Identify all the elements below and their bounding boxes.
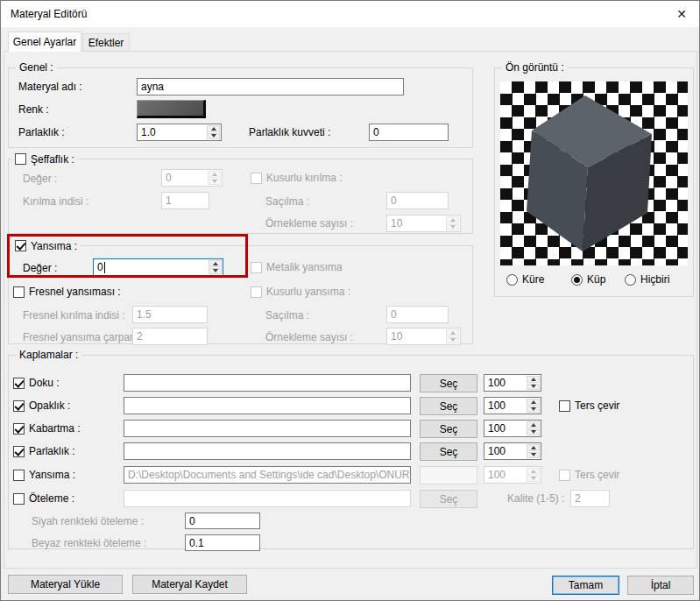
text-caret — [104, 262, 105, 273]
tab-efektler[interactable]: Efektler — [82, 33, 130, 52]
doku-amount-input[interactable]: 100 — [484, 374, 541, 392]
spin-up-icon[interactable] — [527, 376, 540, 383]
doku-label: Doku : — [29, 377, 60, 389]
opaklik-sec-button[interactable]: Seç — [420, 397, 477, 415]
spin-down-icon — [446, 224, 459, 231]
kalite-input: 2 — [570, 490, 610, 507]
beyaz-oteleme-input[interactable]: 0.1 — [185, 534, 260, 551]
close-button[interactable]: ✕ — [664, 1, 699, 27]
checkbox-checked-icon[interactable] — [13, 400, 25, 412]
materyal-adi-input[interactable]: ayna — [137, 78, 404, 95]
spin-up-icon[interactable] — [527, 399, 540, 406]
seffaflik-sacilma-label: Saçılma : — [265, 195, 309, 208]
fresnel-kirilma-value: 1.5 — [137, 308, 152, 321]
yansima-sacilma-label: Saçılma : — [265, 309, 309, 322]
kirilma-indisi-label: Kırılma indisi : — [23, 195, 88, 208]
kabartma-amount-input[interactable]: 100 — [484, 420, 541, 437]
opaklik-ters-cevir-checkbox[interactable]: Ters çevir — [559, 399, 619, 412]
checkbox-icon[interactable] — [13, 286, 25, 298]
oteleme-label: Öteleme : — [29, 492, 74, 505]
yansima-ornekleme-label: Örnekleme sayısı : — [265, 331, 353, 343]
seffaflik-sacilma-input: 0 — [386, 192, 449, 209]
materyal-kaydet-label: Materyal Kaydet — [152, 578, 228, 590]
metalik-yansima-checkbox: Metalik yansıma — [251, 261, 343, 273]
color-swatch[interactable] — [137, 100, 206, 118]
checkbox-icon[interactable] — [13, 493, 25, 505]
parlaklik-input[interactable]: 1.0 — [137, 124, 222, 141]
spin-up-icon[interactable] — [207, 125, 220, 132]
seffaflik-ornekleme-value: 10 — [391, 217, 402, 230]
radio-icon[interactable] — [625, 274, 636, 286]
radio-hicbiri[interactable]: Hiçbiri — [625, 273, 669, 286]
parlaklik-map-checkbox[interactable]: Parlaklık : — [13, 445, 75, 457]
title-bar[interactable]: Materyal Editörü ✕ — [1, 1, 699, 27]
opaklik-sec-label: Seç — [440, 400, 458, 413]
yansima-checkbox[interactable]: Yansıma : — [11, 239, 81, 252]
radio-icon[interactable] — [506, 274, 518, 286]
parlaklik-kuvveti-input[interactable]: 0 — [369, 124, 449, 141]
iptal-button[interactable]: İptal — [627, 576, 694, 595]
spin-down-icon[interactable] — [527, 429, 540, 436]
opaklik-amount-input[interactable]: 100 — [484, 397, 541, 414]
kirilma-indisi-input: 1 — [161, 192, 209, 209]
parlaklik-map-path-input[interactable] — [124, 442, 411, 460]
spin-down-icon[interactable] — [527, 452, 540, 459]
seffaflik-deger-input: 0 — [161, 169, 223, 187]
window-title: Materyal Editörü — [11, 1, 87, 27]
spin-up-icon[interactable] — [527, 421, 540, 428]
radio-kure[interactable]: Küre — [506, 273, 544, 286]
kabartma-sec-button[interactable]: Seç — [420, 420, 477, 438]
checkbox-icon[interactable] — [15, 153, 26, 165]
materyal-kaydet-button[interactable]: Materyal Kaydet — [132, 575, 247, 594]
checkbox-checked-icon[interactable] — [13, 423, 25, 435]
oteleme-sec-label: Seç — [440, 493, 458, 506]
radio-kup[interactable]: Küp — [571, 273, 605, 286]
kusurlu-yansima-checkbox: Kusurlu yansıma : — [251, 286, 350, 298]
yansima-map-path-input[interactable]: D:\Desktop\Documents and Settings\ide ca… — [124, 466, 411, 484]
doku-path-input[interactable] — [124, 374, 411, 392]
yansima-map-checkbox[interactable]: Yansıma : — [13, 469, 75, 481]
checkbox-icon[interactable] — [559, 400, 570, 412]
oteleme-sec-button: Seç — [420, 490, 477, 508]
tab-genel-ayarlar[interactable]: Genel Ayarlar — [8, 32, 81, 52]
fresnel-carpan-value: 2 — [137, 330, 143, 343]
yansima-sacilma-value: 0 — [391, 308, 397, 321]
spin-up-icon[interactable] — [209, 260, 222, 267]
oteleme-checkbox[interactable]: Öteleme : — [13, 492, 74, 505]
checkbox-checked-icon[interactable] — [15, 240, 26, 251]
fresnel-carpan-label: Fresnel yansıma çarpanı : — [23, 331, 145, 343]
material-editor-dialog: Materyal Editörü ✕ Genel Ayarlar Efektle… — [0, 0, 700, 601]
spin-down-icon[interactable] — [207, 133, 220, 140]
spin-down-icon[interactable] — [527, 384, 540, 391]
seffaflik-checkbox[interactable]: Şeffaflık : — [11, 152, 78, 166]
tamam-button[interactable]: Tamam — [552, 576, 619, 595]
kabartma-checkbox[interactable]: Kabartma : — [13, 422, 81, 435]
siyah-oteleme-input[interactable]: 0 — [185, 513, 260, 529]
spin-down-icon — [208, 179, 221, 186]
yansima-deger-input[interactable]: 0 — [93, 258, 223, 276]
doku-checkbox[interactable]: Doku : — [13, 377, 60, 389]
parlaklik-label: Parlaklık : — [18, 126, 65, 138]
parlaklik-map-sec-button[interactable]: Seç — [420, 442, 477, 461]
materyal-adi-value: ayna — [141, 81, 164, 93]
spin-up-icon[interactable] — [527, 444, 540, 451]
opaklik-path-input[interactable] — [124, 397, 411, 414]
fresnel-yansimasi-checkbox[interactable]: Fresnel yansıması : — [13, 286, 121, 298]
materyal-yukle-button[interactable]: Materyal Yükle — [8, 575, 123, 594]
checkbox-checked-icon[interactable] — [13, 446, 25, 457]
checkbox-icon[interactable] — [13, 470, 25, 481]
checkbox-icon — [251, 173, 262, 184]
preview-group-title: Ön görüntü : — [502, 61, 568, 74]
checkbox-checked-icon[interactable] — [13, 378, 25, 389]
spin-down-icon[interactable] — [209, 268, 222, 275]
kabartma-sec-label: Seç — [440, 423, 458, 435]
spin-up-icon — [208, 171, 221, 178]
kabartma-path-input[interactable] — [124, 420, 411, 437]
opaklik-checkbox[interactable]: Opaklık : — [13, 399, 70, 412]
spin-down-icon[interactable] — [527, 407, 540, 414]
parlaklik-map-amount-input[interactable]: 100 — [484, 442, 541, 460]
doku-sec-button[interactable]: Seç — [420, 374, 477, 392]
siyah-oteleme-label: Siyah renkteki öteleme : — [32, 515, 144, 527]
parlaklik-map-label: Parlaklık : — [29, 445, 75, 457]
radio-selected-icon[interactable] — [571, 274, 583, 286]
